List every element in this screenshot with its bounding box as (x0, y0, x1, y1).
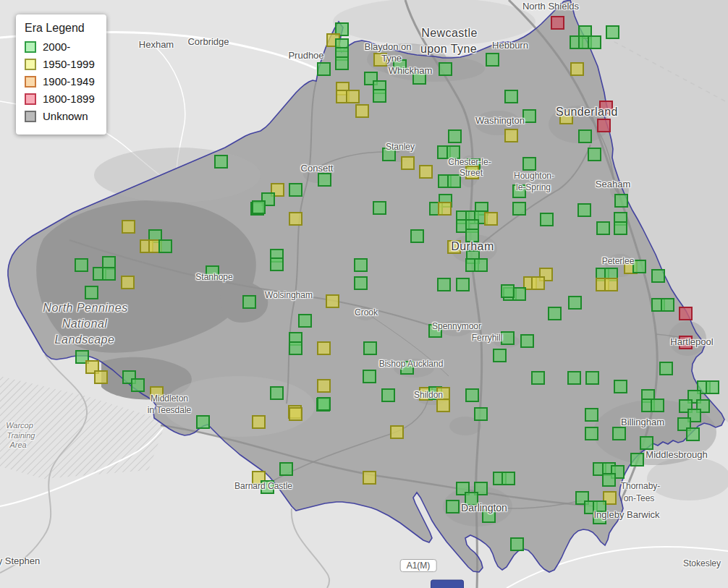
era-marker-2000-[interactable] (447, 174, 461, 188)
era-marker-2000-[interactable] (585, 427, 598, 440)
era-marker-2000-[interactable] (522, 109, 536, 123)
era-marker-2000-[interactable] (512, 202, 526, 216)
era-marker-2000-[interactable] (482, 509, 496, 523)
era-marker-2000-[interactable] (318, 173, 331, 187)
era-marker-2000-[interactable] (354, 258, 368, 272)
era-marker-1950-1999[interactable] (373, 53, 387, 67)
era-marker-2000-[interactable] (102, 267, 116, 281)
era-marker-2000-[interactable] (661, 298, 674, 312)
era-marker-1950-1999[interactable] (390, 425, 404, 439)
era-marker-2000-[interactable] (585, 371, 599, 385)
era-marker-1950-1999[interactable] (317, 379, 331, 393)
era-marker-2000-[interactable] (593, 511, 606, 524)
era-marker-2000-[interactable] (501, 472, 515, 485)
era-marker-2000-[interactable] (373, 89, 386, 103)
era-marker-2000-[interactable] (131, 378, 145, 392)
era-marker-2000-[interactable] (614, 194, 628, 208)
era-marker-2000-[interactable] (85, 286, 98, 299)
era-marker-1800-1899[interactable] (551, 16, 564, 30)
era-marker-2000-[interactable] (363, 370, 376, 383)
era-marker-2000-[interactable] (279, 462, 293, 476)
era-marker-2000-[interactable] (632, 260, 646, 273)
era-marker-2000-[interactable] (596, 221, 610, 235)
era-marker-2000-[interactable] (363, 341, 377, 355)
era-marker-2000-[interactable] (588, 148, 601, 161)
era-marker-1950-1999[interactable] (317, 341, 331, 355)
era-marker-2000-[interactable] (614, 380, 627, 393)
era-marker-1950-1999[interactable] (447, 240, 461, 254)
era-marker-2000-[interactable] (270, 257, 284, 271)
era-marker-2000-[interactable] (289, 183, 302, 197)
era-marker-1950-1999[interactable] (438, 202, 452, 216)
era-marker-2000-[interactable] (317, 397, 331, 411)
era-marker-2000-[interactable] (706, 380, 719, 394)
era-marker-2000-[interactable] (410, 229, 424, 243)
era-marker-2000-[interactable] (270, 386, 284, 400)
era-marker-1950-1999[interactable] (252, 415, 266, 429)
era-marker-2000-[interactable] (567, 371, 581, 385)
era-marker-2000-[interactable] (540, 213, 554, 226)
era-marker-2000-[interactable] (493, 349, 507, 362)
era-marker-1800-1899[interactable] (599, 101, 613, 114)
era-marker-2000-[interactable] (501, 331, 515, 345)
era-marker-1950-1999[interactable] (559, 111, 573, 124)
era-marker-2000-[interactable] (651, 399, 664, 412)
era-marker-1950-1999[interactable] (504, 129, 518, 142)
era-marker-2000-[interactable] (381, 388, 395, 402)
era-marker-2000-[interactable] (400, 361, 414, 375)
era-marker-2000-[interactable] (568, 296, 582, 310)
era-marker-1950-1999[interactable] (436, 399, 450, 412)
era-marker-2000-[interactable] (585, 408, 598, 422)
era-marker-2000-[interactable] (474, 258, 488, 272)
era-marker-2000-[interactable] (606, 25, 619, 39)
era-marker-2000-[interactable] (651, 269, 665, 283)
era-marker-2000-[interactable] (428, 324, 442, 338)
era-marker-2000-[interactable] (242, 295, 256, 309)
era-marker-2000-[interactable] (510, 537, 524, 551)
era-marker-2000-[interactable] (578, 129, 592, 143)
era-marker-2000-[interactable] (630, 453, 644, 466)
era-marker-1800-1899[interactable] (679, 336, 693, 349)
era-marker-2000-[interactable] (504, 90, 518, 103)
era-marker-2000-[interactable] (298, 314, 312, 328)
era-marker-2000-[interactable] (335, 56, 349, 70)
era-marker-2000-[interactable] (206, 265, 219, 279)
era-marker-1800-1899[interactable] (679, 307, 693, 320)
era-marker-1950-1999[interactable] (401, 156, 415, 170)
era-marker-1950-1999[interactable] (122, 220, 135, 234)
era-marker-2000-[interactable] (437, 278, 451, 291)
era-marker-1950-1999[interactable] (419, 165, 433, 179)
era-marker-1950-1999[interactable] (363, 471, 376, 485)
era-marker-2000-[interactable] (382, 148, 396, 161)
era-marker-1950-1999[interactable] (289, 407, 302, 421)
era-marker-2000-[interactable] (317, 62, 331, 76)
era-marker-2000-[interactable] (548, 307, 562, 320)
era-marker-2000-[interactable] (474, 407, 488, 421)
era-marker-2000-[interactable] (196, 415, 210, 429)
era-marker-2000-[interactable] (512, 184, 526, 198)
era-marker-2000-[interactable] (465, 229, 479, 242)
era-marker-2000-[interactable] (520, 334, 534, 348)
era-marker-1950-1999[interactable] (121, 276, 135, 289)
era-marker-2000-[interactable] (446, 145, 460, 159)
era-marker-1950-1999[interactable] (346, 90, 360, 103)
era-marker-2000-[interactable] (393, 59, 407, 73)
era-marker-2000-[interactable] (522, 157, 536, 171)
era-marker-2000-[interactable] (465, 388, 479, 402)
era-marker-1950-1999[interactable] (150, 386, 164, 400)
era-marker-2000-[interactable] (614, 221, 627, 235)
era-marker-2000-[interactable] (412, 71, 426, 85)
era-marker-2000-[interactable] (214, 155, 228, 169)
era-marker-2000-[interactable] (465, 492, 478, 506)
era-marker-2000-[interactable] (501, 284, 515, 298)
era-marker-2000-[interactable] (612, 427, 626, 440)
era-marker-2000-[interactable] (588, 35, 601, 49)
era-marker-2000-[interactable] (486, 53, 499, 67)
era-marker-2000-[interactable] (75, 258, 88, 272)
era-marker-2000-[interactable] (373, 201, 386, 215)
era-marker-2000-[interactable] (261, 480, 274, 494)
era-marker-1950-1999[interactable] (604, 278, 618, 291)
era-marker-2000-[interactable] (640, 436, 653, 450)
era-marker-2000-[interactable] (158, 239, 172, 253)
era-marker-2000-[interactable] (577, 203, 591, 217)
